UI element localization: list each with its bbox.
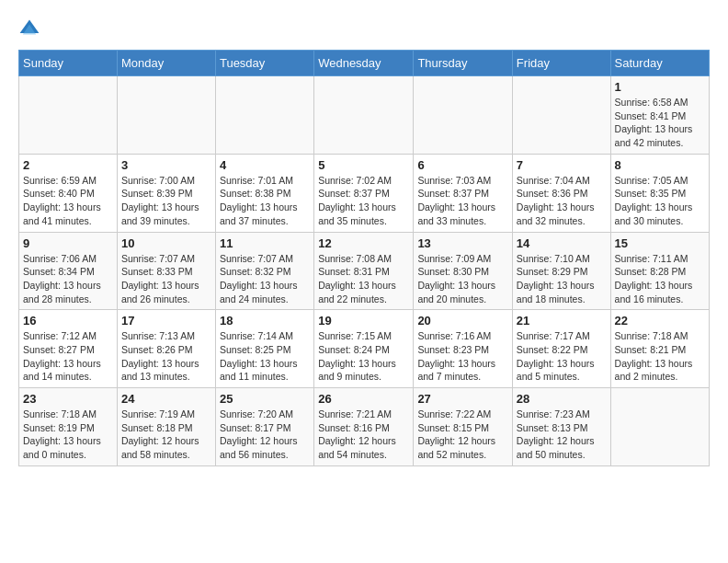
calendar-cell	[19, 76, 118, 155]
day-info: Sunrise: 7:01 AM Sunset: 8:38 PM Dayligh…	[220, 174, 310, 228]
calendar-cell: 4Sunrise: 7:01 AM Sunset: 8:38 PM Daylig…	[215, 154, 313, 232]
day-number: 4	[220, 158, 310, 172]
day-info: Sunrise: 7:05 AM Sunset: 8:35 PM Dayligh…	[615, 174, 705, 228]
calendar-cell: 6Sunrise: 7:03 AM Sunset: 8:37 PM Daylig…	[414, 154, 512, 232]
calendar-cell: 7Sunrise: 7:04 AM Sunset: 8:36 PM Daylig…	[512, 154, 610, 232]
day-number: 27	[417, 392, 507, 406]
day-number: 3	[121, 158, 211, 172]
day-info: Sunrise: 7:11 AM Sunset: 8:28 PM Dayligh…	[615, 252, 705, 306]
day-number: 6	[417, 158, 507, 172]
calendar-cell	[512, 76, 610, 155]
day-info: Sunrise: 7:02 AM Sunset: 8:37 PM Dayligh…	[318, 174, 409, 228]
logo-icon	[18, 18, 40, 40]
calendar-week-row: 9Sunrise: 7:06 AM Sunset: 8:34 PM Daylig…	[19, 232, 710, 310]
day-number: 15	[615, 236, 705, 250]
day-number: 8	[615, 158, 705, 172]
day-info: Sunrise: 6:58 AM Sunset: 8:41 PM Dayligh…	[615, 96, 705, 150]
calendar-cell: 25Sunrise: 7:20 AM Sunset: 8:17 PM Dayli…	[215, 388, 313, 466]
logo	[18, 18, 44, 40]
calendar-cell: 1Sunrise: 6:58 AM Sunset: 8:41 PM Daylig…	[610, 76, 709, 155]
day-info: Sunrise: 7:10 AM Sunset: 8:29 PM Dayligh…	[517, 252, 607, 306]
day-info: Sunrise: 7:18 AM Sunset: 8:19 PM Dayligh…	[23, 408, 113, 462]
day-info: Sunrise: 7:20 AM Sunset: 8:17 PM Dayligh…	[220, 408, 310, 462]
day-number: 26	[318, 392, 409, 406]
day-info: Sunrise: 7:16 AM Sunset: 8:23 PM Dayligh…	[417, 329, 507, 384]
calendar-cell: 8Sunrise: 7:05 AM Sunset: 8:35 PM Daylig…	[610, 154, 709, 232]
calendar-cell: 27Sunrise: 7:22 AM Sunset: 8:15 PM Dayli…	[414, 388, 512, 466]
calendar-week-row: 23Sunrise: 7:18 AM Sunset: 8:19 PM Dayli…	[19, 388, 710, 466]
day-info: Sunrise: 7:17 AM Sunset: 8:22 PM Dayligh…	[517, 329, 607, 384]
day-number: 5	[318, 158, 409, 172]
calendar-cell	[215, 76, 313, 155]
day-info: Sunrise: 7:15 AM Sunset: 8:24 PM Dayligh…	[318, 329, 409, 384]
day-number: 17	[121, 314, 211, 327]
weekday-header-saturday: Saturday	[610, 51, 709, 76]
day-number: 18	[220, 314, 310, 327]
day-number: 2	[23, 158, 113, 172]
calendar-cell: 15Sunrise: 7:11 AM Sunset: 8:28 PM Dayli…	[610, 232, 709, 310]
calendar-cell: 18Sunrise: 7:14 AM Sunset: 8:25 PM Dayli…	[215, 310, 313, 388]
day-info: Sunrise: 7:04 AM Sunset: 8:36 PM Dayligh…	[517, 174, 607, 228]
calendar-cell: 17Sunrise: 7:13 AM Sunset: 8:26 PM Dayli…	[117, 310, 215, 388]
calendar-cell: 26Sunrise: 7:21 AM Sunset: 8:16 PM Dayli…	[314, 388, 414, 466]
calendar-cell: 10Sunrise: 7:07 AM Sunset: 8:33 PM Dayli…	[117, 232, 215, 310]
calendar-week-row: 1Sunrise: 6:58 AM Sunset: 8:41 PM Daylig…	[19, 76, 710, 155]
calendar-cell	[314, 76, 414, 155]
day-number: 22	[615, 314, 705, 327]
calendar-cell	[610, 388, 709, 466]
day-info: Sunrise: 7:08 AM Sunset: 8:31 PM Dayligh…	[318, 252, 409, 306]
day-number: 11	[220, 236, 310, 250]
calendar-cell: 5Sunrise: 7:02 AM Sunset: 8:37 PM Daylig…	[314, 154, 414, 232]
day-info: Sunrise: 7:06 AM Sunset: 8:34 PM Dayligh…	[23, 252, 113, 306]
calendar-cell	[414, 76, 512, 155]
day-info: Sunrise: 7:03 AM Sunset: 8:37 PM Dayligh…	[417, 174, 507, 228]
day-number: 19	[318, 314, 409, 327]
day-info: Sunrise: 7:13 AM Sunset: 8:26 PM Dayligh…	[121, 329, 211, 384]
day-info: Sunrise: 7:07 AM Sunset: 8:33 PM Dayligh…	[121, 252, 211, 306]
day-info: Sunrise: 7:12 AM Sunset: 8:27 PM Dayligh…	[23, 329, 113, 384]
day-number: 23	[23, 392, 113, 406]
day-info: Sunrise: 7:18 AM Sunset: 8:21 PM Dayligh…	[615, 329, 705, 384]
day-number: 25	[220, 392, 310, 406]
page-header	[18, 18, 710, 40]
calendar-cell: 19Sunrise: 7:15 AM Sunset: 8:24 PM Dayli…	[314, 310, 414, 388]
calendar-week-row: 16Sunrise: 7:12 AM Sunset: 8:27 PM Dayli…	[19, 310, 710, 388]
day-number: 14	[517, 236, 607, 250]
day-number: 20	[417, 314, 507, 327]
calendar-cell: 2Sunrise: 6:59 AM Sunset: 8:40 PM Daylig…	[19, 154, 118, 232]
day-number: 21	[517, 314, 607, 327]
day-number: 7	[517, 158, 607, 172]
calendar-table: SundayMondayTuesdayWednesdayThursdayFrid…	[18, 50, 710, 466]
weekday-header-sunday: Sunday	[19, 51, 118, 76]
weekday-header-row: SundayMondayTuesdayWednesdayThursdayFrid…	[19, 51, 710, 76]
day-info: Sunrise: 7:21 AM Sunset: 8:16 PM Dayligh…	[318, 408, 409, 462]
calendar-cell: 24Sunrise: 7:19 AM Sunset: 8:18 PM Dayli…	[117, 388, 215, 466]
day-number: 10	[121, 236, 211, 250]
weekday-header-thursday: Thursday	[414, 51, 512, 76]
day-number: 16	[23, 314, 113, 327]
calendar-cell: 21Sunrise: 7:17 AM Sunset: 8:22 PM Dayli…	[512, 310, 610, 388]
calendar-cell: 3Sunrise: 7:00 AM Sunset: 8:39 PM Daylig…	[117, 154, 215, 232]
calendar-cell: 22Sunrise: 7:18 AM Sunset: 8:21 PM Dayli…	[610, 310, 709, 388]
calendar-cell: 14Sunrise: 7:10 AM Sunset: 8:29 PM Dayli…	[512, 232, 610, 310]
calendar-cell	[117, 76, 215, 155]
day-info: Sunrise: 7:14 AM Sunset: 8:25 PM Dayligh…	[220, 329, 310, 384]
day-info: Sunrise: 7:22 AM Sunset: 8:15 PM Dayligh…	[417, 408, 507, 462]
day-info: Sunrise: 7:07 AM Sunset: 8:32 PM Dayligh…	[220, 252, 310, 306]
day-info: Sunrise: 7:00 AM Sunset: 8:39 PM Dayligh…	[121, 174, 211, 228]
day-info: Sunrise: 7:23 AM Sunset: 8:13 PM Dayligh…	[517, 408, 607, 462]
weekday-header-wednesday: Wednesday	[314, 51, 414, 76]
day-number: 24	[121, 392, 211, 406]
weekday-header-friday: Friday	[512, 51, 610, 76]
day-info: Sunrise: 6:59 AM Sunset: 8:40 PM Dayligh…	[23, 174, 113, 228]
calendar-cell: 16Sunrise: 7:12 AM Sunset: 8:27 PM Dayli…	[19, 310, 118, 388]
weekday-header-monday: Monday	[117, 51, 215, 76]
calendar-cell: 13Sunrise: 7:09 AM Sunset: 8:30 PM Dayli…	[414, 232, 512, 310]
day-number: 9	[23, 236, 113, 250]
calendar-cell: 9Sunrise: 7:06 AM Sunset: 8:34 PM Daylig…	[19, 232, 118, 310]
calendar-cell: 28Sunrise: 7:23 AM Sunset: 8:13 PM Dayli…	[512, 388, 610, 466]
day-number: 1	[615, 80, 705, 94]
day-info: Sunrise: 7:09 AM Sunset: 8:30 PM Dayligh…	[417, 252, 507, 306]
weekday-header-tuesday: Tuesday	[215, 51, 313, 76]
calendar-cell: 20Sunrise: 7:16 AM Sunset: 8:23 PM Dayli…	[414, 310, 512, 388]
